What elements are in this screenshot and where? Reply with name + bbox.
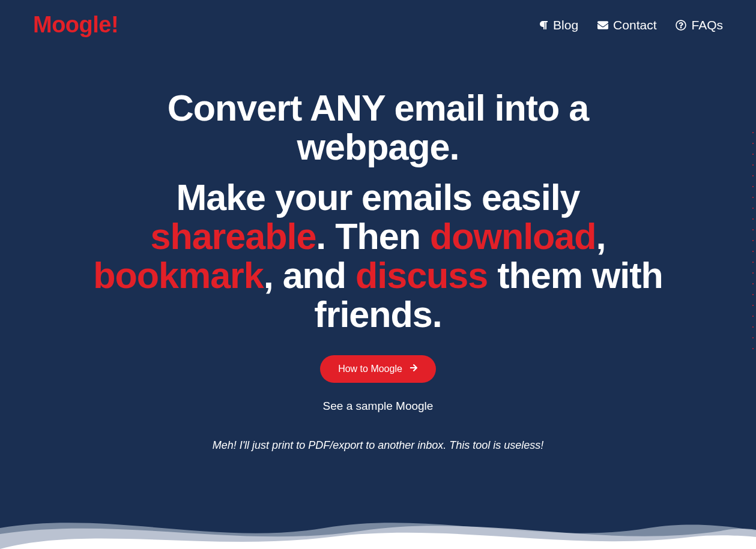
decorative-dots: (function(){ var container = document.cu… (752, 132, 754, 349)
hero-headline-1: Convert ANY email into a webpage. (87, 89, 670, 167)
hero-text: . Then (316, 216, 430, 257)
nav: Blog Contact FAQs (539, 18, 723, 32)
hero-section: Convert ANY email into a webpage. Make y… (63, 38, 694, 452)
sample-link[interactable]: See a sample Moogle (87, 400, 670, 413)
wave-divider (0, 501, 756, 549)
hero-text: , and (264, 255, 355, 296)
nav-blog-label: Blog (553, 18, 578, 32)
envelope-icon (597, 20, 608, 31)
highlight-discuss: discuss (355, 255, 488, 296)
hero-text: Make your emails easily (176, 177, 579, 218)
highlight-download: download (430, 216, 596, 257)
paragraph-icon (539, 20, 548, 30)
highlight-shareable: shareable (151, 216, 316, 257)
nav-contact[interactable]: Contact (597, 18, 656, 32)
hero-headline-2: Make your emails easily shareable. Then … (87, 178, 670, 335)
header: Moogle! Blog Contact FAQs (0, 0, 756, 38)
hero-text: , (596, 216, 606, 257)
highlight-bookmark: bookmark (93, 255, 264, 296)
cta-label: How to Moogle (338, 364, 402, 374)
question-circle-icon (676, 20, 686, 31)
nav-faqs-label: FAQs (691, 18, 723, 32)
nav-faqs[interactable]: FAQs (676, 18, 723, 32)
how-to-moogle-button[interactable]: How to Moogle (320, 355, 436, 383)
nav-blog[interactable]: Blog (539, 18, 578, 32)
skeptic-quote: Meh! I'll just print to PDF/export to an… (87, 439, 670, 452)
nav-contact-label: Contact (613, 18, 656, 32)
logo[interactable]: Moogle! (33, 12, 118, 38)
arrow-right-icon (410, 364, 418, 374)
